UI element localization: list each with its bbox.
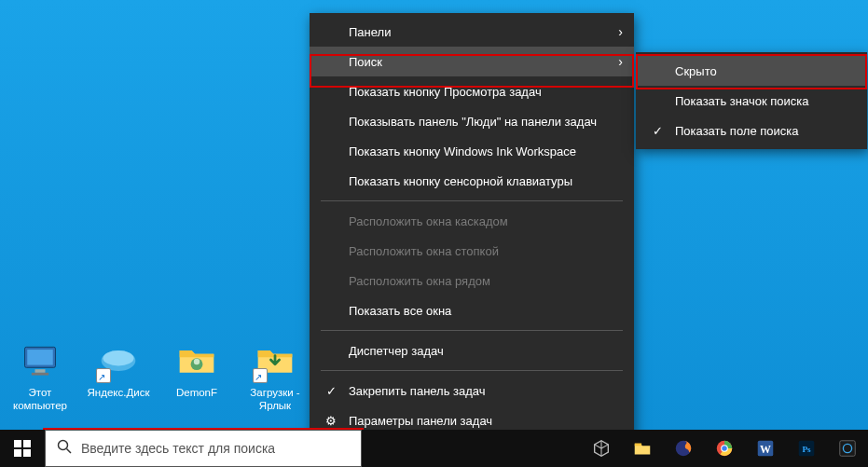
menu-separator <box>321 370 623 371</box>
chevron-right-icon: › <box>618 54 623 69</box>
photoshop-icon[interactable]: Ps <box>786 430 827 467</box>
svg-rect-14 <box>635 444 641 446</box>
menu-showall[interactable]: Показать все окна <box>310 295 634 325</box>
search-submenu: СкрытоПоказать значок поиска✓Показать по… <box>636 52 867 149</box>
taskbar-search-box[interactable]: Введите здесь текст для поиска <box>45 430 362 467</box>
taskbar: Введите здесь текст для поиска W Ps <box>0 430 868 467</box>
menu-item-label: Поиск <box>349 55 382 69</box>
desktop-icons-row: Этот компьютер Яндекс.Диск DemonF Загруз… <box>4 338 311 413</box>
menu-item-label: Скрыто <box>675 64 717 78</box>
menu-item-label: Показывать панель "Люди" на панели задач <box>349 115 597 129</box>
explorer-icon[interactable] <box>622 430 663 467</box>
gear-icon: ⚙ <box>323 414 339 428</box>
svg-rect-1 <box>27 350 53 365</box>
menu-sidebyside: Расположить окна рядом <box>310 266 634 295</box>
menu-item-label: Показать кнопку Windows Ink Workspace <box>349 144 576 158</box>
svg-rect-11 <box>23 449 31 457</box>
virtualbox-icon[interactable] <box>581 430 622 467</box>
svg-point-7 <box>194 359 200 364</box>
downloads-shortcut-icon[interactable]: Загрузки - Ярлык <box>239 338 311 413</box>
svg-rect-10 <box>14 449 21 457</box>
menu-item-label: Параметры панели задач <box>349 414 492 428</box>
icon-label: Яндекс.Диск <box>82 387 155 400</box>
taskbar-tray-icons: W Ps <box>581 430 868 467</box>
svg-rect-8 <box>14 440 21 447</box>
menu-cascade: Расположить окна каскадом <box>310 206 634 236</box>
chevron-right-icon: › <box>618 24 623 39</box>
submenu-show-icon[interactable]: Показать значок поиска <box>636 86 867 116</box>
submenu-show-box[interactable]: ✓Показать поле поиска <box>636 116 867 145</box>
this-pc-icon[interactable]: Этот компьютер <box>4 338 76 413</box>
svg-point-5 <box>103 350 134 366</box>
icon-label: DemonF <box>160 387 233 400</box>
menu-item-label: Расположить окна каскадом <box>349 214 508 228</box>
menu-taskmgr[interactable]: Диспетчер задач <box>310 336 634 365</box>
icon-label: Этот компьютер <box>4 387 76 413</box>
menu-item-label: Показать значок поиска <box>675 94 809 108</box>
svg-rect-3 <box>32 373 48 376</box>
start-button[interactable] <box>0 430 45 467</box>
svg-rect-2 <box>35 370 46 374</box>
svg-point-12 <box>59 441 68 450</box>
menu-touchkbd[interactable]: Показать кнопку сенсорной клавиатуры <box>310 166 634 196</box>
menu-panels[interactable]: Панели› <box>310 17 634 47</box>
svg-text:Ps: Ps <box>802 445 811 454</box>
app-icon-generic[interactable] <box>827 430 868 467</box>
svg-point-18 <box>722 446 727 451</box>
yandex-disk-icon[interactable]: Яндекс.Диск <box>82 338 155 413</box>
submenu-hidden[interactable]: Скрыто <box>636 56 867 86</box>
icon-label: Загрузки - Ярлык <box>239 387 311 413</box>
search-placeholder: Введите здесь текст для поиска <box>81 441 275 456</box>
svg-rect-9 <box>23 440 31 447</box>
menu-stack: Расположить окна стопкой <box>310 236 634 266</box>
menu-item-label: Показать поле поиска <box>675 124 799 138</box>
menu-taskview[interactable]: Показать кнопку Просмотра задач <box>310 76 634 106</box>
menu-separator <box>321 330 623 331</box>
svg-line-13 <box>67 449 72 454</box>
menu-people[interactable]: Показывать панель "Люди" на панели задач <box>310 106 634 136</box>
menu-item-label: Диспетчер задач <box>349 344 444 358</box>
menu-item-label: Показать все окна <box>349 304 451 318</box>
menu-item-label: Расположить окна стопкой <box>349 244 499 258</box>
check-icon: ✓ <box>323 384 339 398</box>
demonf-folder-icon[interactable]: DemonF <box>160 338 233 413</box>
menu-search[interactable]: Поиск› <box>310 47 634 76</box>
menu-separator <box>321 200 623 201</box>
menu-item-label: Панели <box>349 25 391 39</box>
menu-item-label: Показать кнопку Просмотра задач <box>349 85 542 99</box>
menu-item-label: Расположить окна рядом <box>349 274 490 288</box>
menu-item-label: Показать кнопку сенсорной клавиатуры <box>349 174 572 188</box>
taskbar-context-menu: Панели›Поиск›Показать кнопку Просмотра з… <box>310 13 634 439</box>
svg-rect-23 <box>840 441 856 457</box>
menu-item-label: Закрепить панель задач <box>349 384 486 398</box>
menu-ink[interactable]: Показать кнопку Windows Ink Workspace <box>310 136 634 166</box>
firefox-icon[interactable] <box>663 430 704 467</box>
search-icon <box>57 439 72 458</box>
menu-lock[interactable]: ✓Закрепить панель задач <box>310 376 634 405</box>
svg-text:W: W <box>760 443 771 456</box>
word-icon[interactable]: W <box>745 430 786 467</box>
check-icon: ✓ <box>649 124 666 138</box>
chrome-icon[interactable] <box>704 430 745 467</box>
